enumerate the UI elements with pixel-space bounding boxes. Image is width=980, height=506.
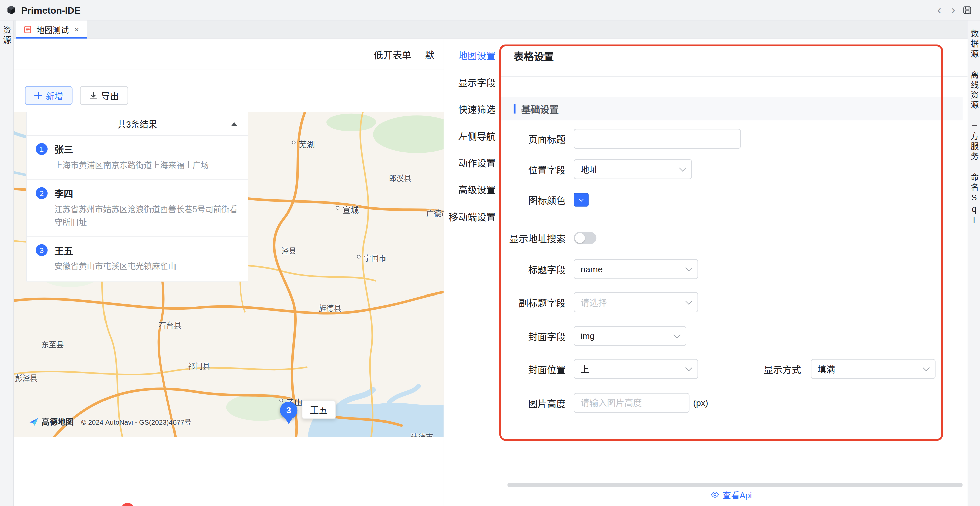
location-field-select[interactable]: 地址 — [574, 159, 692, 179]
field-label: 显示方式 — [764, 362, 801, 376]
list-toolbar: 新增 导出 — [25, 86, 128, 105]
display-mode-select[interactable]: 填满 — [811, 359, 935, 379]
rail-item-third-party-services[interactable]: 三方服务 — [968, 116, 980, 167]
list-item[interactable]: 3 王五 安徽省黄山市屯溪区屯光镇麻雀山 — [27, 236, 248, 281]
city-label: 旌德县 — [319, 302, 341, 313]
city-label: 东至县 — [41, 338, 64, 349]
tab-map-test[interactable]: 地图测试 × — [16, 21, 87, 39]
main-content: 低开表单 默 — [14, 40, 967, 506]
rail-item-offline-resources[interactable]: 离线资源 — [968, 65, 980, 116]
unit-label: (px) — [693, 398, 708, 408]
map-copyright: © 2024 AutoNavi - GS(2023)4677号 — [81, 416, 191, 426]
download-icon — [89, 91, 97, 99]
field-label: 位置字段 — [500, 163, 566, 176]
field-label: 封面字段 — [500, 329, 566, 343]
rail-item-resources[interactable]: 资源 — [1, 21, 13, 46]
select-value: 填满 — [818, 363, 835, 375]
settings-title-divider — [500, 76, 967, 77]
add-button[interactable]: 新增 — [25, 86, 73, 105]
list-item[interactable]: 2 李四 江苏省苏州市姑苏区沧浪街道西善长巷5号司前街看守所旧址 — [27, 179, 248, 236]
city-label: 广德市 — [426, 208, 444, 218]
left-rail: 资源 — [0, 21, 14, 506]
form-row-icon-color: 图标颜色 — [500, 190, 967, 210]
toolbar-item-default[interactable]: 默 — [425, 48, 434, 61]
amap-logo-text: 高德地图 — [41, 415, 74, 427]
city-label: 建德市 — [410, 431, 433, 438]
window-titlebar: Primeton-IDE ‹ › — [0, 0, 980, 21]
section-basic-settings: 基础设置 — [501, 97, 963, 121]
settings-menu-item-mobile[interactable]: 移动端设置 — [444, 203, 500, 230]
subtitle-field-select[interactable]: 请选择 — [574, 292, 698, 312]
settings-menu-item-display-fields[interactable]: 显示字段 — [444, 68, 500, 95]
field-label: 图标颜色 — [500, 194, 566, 206]
eye-icon — [711, 490, 719, 499]
collapse-icon[interactable] — [231, 122, 237, 126]
map-attribution: 高德地图 © 2024 AutoNavi - GS(2023)4677号 — [29, 415, 191, 427]
list-item[interactable]: 1 张三 上海市黄浦区南京东路街道上海来福士广场 — [27, 136, 248, 179]
toolbar-item-low-code-form[interactable]: 低开表单 — [374, 48, 411, 61]
add-button-label: 新增 — [46, 89, 63, 102]
settings-menu-item-actions[interactable]: 动作设置 — [444, 149, 500, 176]
rail-item-datasource[interactable]: 数据源 — [968, 24, 980, 65]
settings-menu-item-quick-filter[interactable]: 快速筛选 — [444, 96, 500, 122]
result-list-header[interactable]: 共3条结果 — [27, 113, 248, 136]
address-search-toggle[interactable] — [574, 232, 596, 244]
city-label: 宁国市 — [364, 252, 386, 263]
export-button[interactable]: 导出 — [80, 86, 128, 105]
result-list-panel: 共3条结果 1 张三 上海市黄浦区南京东路街道上海来福士广场 2 李四 江苏省苏… — [26, 112, 248, 281]
chevron-down-icon — [685, 365, 692, 371]
settings-menu-item-advanced[interactable]: 高级设置 — [444, 176, 500, 203]
title-field-select[interactable]: name — [574, 259, 698, 279]
chevron-down-icon — [685, 264, 692, 271]
tab-label: 地图测试 — [36, 24, 68, 35]
city-label: 祁门县 — [188, 360, 210, 371]
tab-bar: 地图测试 × — [14, 21, 967, 40]
chevron-down-icon — [685, 298, 692, 305]
city-dot — [279, 398, 283, 402]
section-title: 基础设置 — [521, 102, 558, 115]
city-dot — [336, 206, 339, 210]
city-label: 彭泽县 — [15, 372, 38, 383]
city-label: 宣城 — [343, 203, 359, 215]
rail-item-named-sql[interactable]: 命名Sql — [968, 167, 980, 232]
image-height-input[interactable] — [574, 393, 689, 413]
field-label: 页面标题 — [500, 132, 566, 145]
chevron-down-icon — [673, 331, 680, 338]
item-name: 李四 — [54, 187, 73, 200]
view-api-link[interactable]: 查看Api — [500, 488, 963, 501]
horizontal-scrollbar[interactable] — [508, 482, 963, 487]
map-marker-pin[interactable]: 3 — [280, 401, 298, 419]
city-dot — [357, 255, 361, 259]
tab-close-icon[interactable]: × — [74, 25, 79, 35]
form-row-title-field: 标题字段 name — [500, 259, 967, 279]
plus-icon — [35, 92, 42, 99]
app-logo-icon — [6, 5, 16, 15]
form-row-cover-position: 封面位置 上 显示方式 填满 — [500, 359, 967, 379]
cover-position-select[interactable]: 上 — [574, 359, 698, 379]
app-title: Primeton-IDE — [21, 5, 80, 15]
select-value: 地址 — [581, 163, 598, 175]
save-icon[interactable] — [960, 3, 974, 17]
notification-badge — [121, 503, 134, 506]
city-label: 芜湖 — [299, 138, 315, 149]
field-label: 图片高度 — [500, 396, 566, 409]
form-row-cover-field: 封面字段 img — [500, 326, 967, 346]
icon-color-picker[interactable] — [574, 193, 589, 207]
form-icon — [24, 26, 32, 34]
item-index-badge: 1 — [35, 143, 47, 155]
map-marker-label[interactable]: 王五 — [302, 400, 336, 419]
city-label: 泾县 — [282, 245, 296, 256]
settings-menu-item-left-nav[interactable]: 左侧导航 — [444, 122, 500, 149]
form-row-image-height: 图片高度 (px) — [500, 393, 967, 413]
item-name: 张三 — [54, 142, 73, 155]
page-title-input[interactable] — [574, 128, 741, 149]
cover-field-select[interactable]: img — [574, 326, 686, 346]
settings-menu-item-map[interactable]: 地图设置 — [444, 42, 500, 68]
city-dot — [292, 141, 295, 144]
form-row-page-title: 页面标题 — [500, 128, 967, 149]
nav-forward-button[interactable]: › — [946, 3, 960, 17]
app-window: Primeton-IDE ‹ › 资源 地图测试 × 数据源 离线资源 三方服务… — [0, 0, 980, 506]
settings-panel-title: 表格设置 — [514, 48, 554, 63]
toolbar-divider — [14, 68, 444, 69]
nav-back-button[interactable]: ‹ — [932, 3, 946, 17]
